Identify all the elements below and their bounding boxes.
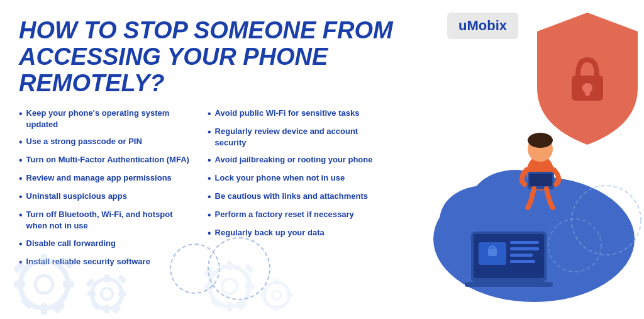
svg-rect-33 <box>275 305 279 311</box>
list-item: • Keep your phone's operating system upd… <box>19 108 195 130</box>
bullet-text: Perform a factory reset if necessary <box>215 209 354 220</box>
svg-point-11 <box>101 288 113 299</box>
bullet-text: Lock your phone when not in use <box>215 172 345 184</box>
illustration <box>399 0 644 319</box>
bullet-icon: • <box>19 191 23 203</box>
bullet-icon: • <box>19 108 23 120</box>
bullet-text: Use a strong passcode or PIN <box>26 136 142 147</box>
svg-point-54 <box>528 133 553 148</box>
svg-rect-38 <box>585 88 590 96</box>
dashed-circle-decoration-2 <box>208 237 270 300</box>
bullet-text: Regularly back up your data <box>215 227 325 238</box>
bullet-text: Regularly review device and account secu… <box>215 126 377 148</box>
bullet-icon: • <box>208 191 211 203</box>
svg-rect-4 <box>14 281 25 288</box>
svg-rect-50 <box>510 260 535 263</box>
bullet-text: Keep your phone's operating system updat… <box>26 108 195 130</box>
svg-rect-56 <box>530 174 552 186</box>
svg-point-1 <box>35 276 53 293</box>
svg-rect-46 <box>488 249 497 256</box>
bullet-icon: • <box>208 108 211 120</box>
bullet-text: Be cautious with links and attachments <box>215 191 368 202</box>
bullet-text: Avoid jailbreaking or rooting your phone <box>215 154 373 165</box>
bullet-text: Avoid public Wi-Fi for sensitive tasks <box>215 108 360 119</box>
svg-rect-2 <box>41 254 47 266</box>
list-item: • Use a strong passcode or PIN <box>19 136 195 148</box>
bullet-icon: • <box>19 137 23 148</box>
list-item: • Avoid public Wi-Fi for sensitive tasks <box>208 108 377 120</box>
svg-rect-51 <box>465 282 553 287</box>
bullet-icon: • <box>208 155 211 166</box>
bullet-text: Turn off Bluetooth, Wi-Fi, and hotspot w… <box>26 209 195 231</box>
svg-rect-13 <box>104 305 109 313</box>
bullet-icon: • <box>208 126 211 138</box>
svg-rect-34 <box>260 293 267 297</box>
svg-rect-12 <box>104 274 109 283</box>
svg-rect-35 <box>287 293 293 297</box>
svg-rect-23 <box>227 302 232 311</box>
list-item: • Turn off Bluetooth, Wi-Fi, and hotspot… <box>19 209 195 231</box>
list-item: • Lock your phone when not in use <box>208 172 377 184</box>
svg-rect-47 <box>510 241 539 244</box>
list-item: • Turn on Multi-Factor Authentication (M… <box>19 154 195 166</box>
list-item: • Perform a factory reset if necessary <box>208 209 377 221</box>
page-title: HOW TO STOP SOMEONE FROM ACCESSING YOUR … <box>19 18 409 96</box>
list-item: • Be cautious with links and attachments <box>208 191 377 203</box>
bullet-icon: • <box>19 173 23 184</box>
svg-rect-3 <box>41 303 47 315</box>
bullet-text: Review and manage app permissions <box>26 172 172 184</box>
gear-decoration-left <box>6 243 182 319</box>
svg-rect-49 <box>510 254 533 257</box>
bullet-icon: • <box>208 210 211 221</box>
svg-rect-15 <box>118 291 126 296</box>
svg-rect-5 <box>63 281 74 288</box>
bullet-icon: • <box>19 210 23 221</box>
main-container: uMobix HOW TO STOP SOMEONE FROM ACCESSIN… <box>0 0 644 319</box>
list-item: • Regularly review device and account se… <box>208 126 377 148</box>
svg-rect-32 <box>275 279 279 285</box>
svg-point-31 <box>272 291 281 299</box>
bullet-text: Uninstall suspicious apps <box>26 191 127 202</box>
bullet-icon: • <box>19 155 23 166</box>
bullet-text: Turn on Multi-Factor Authentication (MFA… <box>26 154 189 165</box>
list-item: • Uninstall suspicious apps <box>19 191 195 203</box>
list-item: • Review and manage app permissions <box>19 172 195 184</box>
bullet-icon: • <box>208 228 211 239</box>
bullet-icon: • <box>208 173 211 184</box>
svg-rect-48 <box>510 247 539 250</box>
svg-rect-14 <box>87 291 96 296</box>
svg-point-30 <box>264 283 289 308</box>
list-item: • Avoid jailbreaking or rooting your pho… <box>208 154 377 166</box>
